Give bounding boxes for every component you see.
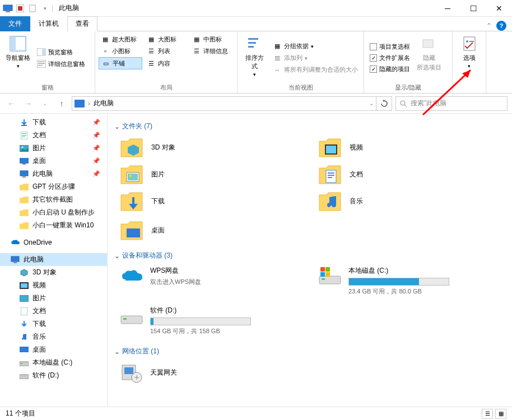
svg-rect-17: [464, 37, 475, 50]
svg-rect-34: [13, 262, 17, 263]
details-pane-button[interactable]: 详细信息窗格: [35, 58, 87, 69]
svg-rect-25: [22, 135, 26, 136]
layout-small[interactable]: ▫小图标: [99, 45, 142, 57]
ribbon-collapse-icon[interactable]: ⌃: [486, 22, 492, 30]
layout-large[interactable]: ▦大图标: [145, 34, 188, 45]
options-button[interactable]: 选项 ▾: [458, 34, 481, 91]
svg-rect-38: [21, 307, 27, 315]
drives-section-header[interactable]: 设备和驱动器 (3): [114, 248, 505, 264]
folder-pictures[interactable]: 图片: [120, 164, 307, 185]
folder-music[interactable]: 音乐: [318, 190, 505, 212]
svg-rect-32: [22, 176, 26, 178]
search-placeholder: 搜索"此电脑: [411, 99, 446, 108]
tab-file[interactable]: 文件: [0, 16, 30, 31]
sidebar-pictures2[interactable]: 图片: [0, 292, 107, 305]
sidebar-3d[interactable]: 3D 对象: [0, 266, 107, 279]
layout-medium[interactable]: ▦中图标: [190, 34, 234, 45]
qat-dropdown-icon[interactable]: ▾: [39, 3, 50, 14]
sidebar-desktop[interactable]: 桌面📌: [0, 155, 107, 167]
view-icons-toggle[interactable]: ▦: [495, 409, 506, 419]
preview-pane-button[interactable]: 预览窗格: [35, 46, 87, 58]
sidebar-xiaobai-usb-folder[interactable]: 小白启动 U 盘制作步: [0, 206, 107, 219]
sidebar-xiaobai-reinstall-folder[interactable]: 小白一键重装 Win10: [0, 219, 107, 232]
address-bar[interactable]: › 此电脑 ⌄: [72, 96, 376, 111]
sidebar: 下载📌 文档📌 图片📌 桌面📌 此电脑📌 GPT 分区步骤 其它软件截图 小白启…: [0, 114, 108, 419]
folder-downloads[interactable]: 下载: [120, 190, 307, 212]
network-gateway[interactable]: 天翼网关: [120, 362, 505, 383]
sidebar-this-pc-qa[interactable]: 此电脑📌: [0, 167, 107, 180]
layout-tiles[interactable]: ▭平铺: [99, 57, 142, 69]
sidebar-disk-d[interactable]: 软件 (D:): [0, 369, 107, 382]
folder-desktop[interactable]: 桌面: [114, 220, 505, 241]
sidebar-screenshots-folder[interactable]: 其它软件截图: [0, 193, 107, 206]
svg-point-28: [22, 146, 24, 148]
status-bar: 11 个项目 ☰ ▦: [0, 407, 512, 420]
folders-section-header[interactable]: 文件夹 (7): [114, 118, 505, 134]
sort-button[interactable]: 排序方式 ▾: [241, 34, 268, 82]
pin-icon: 📌: [92, 119, 105, 126]
tab-view[interactable]: 查看: [67, 16, 97, 31]
svg-rect-19: [469, 41, 474, 42]
sidebar-music[interactable]: 音乐: [0, 330, 107, 343]
nav-up-button[interactable]: ↑: [55, 97, 68, 110]
help-icon[interactable]: ?: [496, 21, 506, 31]
svg-rect-44: [326, 146, 336, 153]
svg-rect-58: [325, 272, 330, 277]
svg-rect-16: [423, 40, 433, 48]
svg-rect-57: [320, 272, 325, 277]
svg-rect-11: [38, 63, 45, 64]
address-location[interactable]: 此电脑: [94, 99, 114, 108]
sidebar-disk-c[interactable]: 本地磁盘 (C:): [0, 356, 107, 369]
svg-rect-37: [20, 295, 29, 302]
folder-documents[interactable]: 文档: [318, 164, 505, 185]
sidebar-gpt-folder[interactable]: GPT 分区步骤: [0, 180, 107, 193]
group-by-button[interactable]: ▦分组依据 ▾: [271, 41, 360, 52]
qat-save-icon[interactable]: [15, 3, 26, 14]
sidebar-pictures[interactable]: 图片📌: [0, 142, 107, 155]
drive-wps[interactable]: WPS网盘 双击进入WPS网盘: [120, 266, 307, 296]
minimize-button[interactable]: ─: [435, 0, 460, 17]
view-details-toggle[interactable]: ☰: [482, 409, 493, 419]
fit-columns-button: ↔将所有列调整为合适的大小: [271, 64, 360, 76]
sidebar-desktop2[interactable]: 桌面: [0, 343, 107, 356]
sidebar-documents[interactable]: 文档📌: [0, 129, 107, 142]
app-icon: [2, 3, 13, 14]
sidebar-this-pc[interactable]: 此电脑: [0, 253, 107, 266]
sidebar-documents2[interactable]: 文档: [0, 305, 107, 318]
qat-properties-icon[interactable]: [27, 3, 38, 14]
layout-details[interactable]: ☰详细信息: [190, 45, 234, 57]
status-item-count: 11 个项目: [6, 409, 35, 418]
drive-d[interactable]: 软件 (D:) 154 GB 可用，共 158 GB: [120, 306, 307, 335]
sidebar-videos[interactable]: 视频: [0, 279, 107, 292]
layout-list[interactable]: ☰列表: [145, 45, 188, 57]
layout-extra-large[interactable]: ▦超大图标: [99, 34, 142, 45]
nav-history-dropdown[interactable]: ⌄: [38, 97, 52, 110]
extensions-toggle[interactable]: ✓文件扩展名: [367, 53, 412, 63]
nav-back-button[interactable]: ←: [4, 97, 18, 110]
svg-rect-60: [123, 318, 127, 320]
svg-rect-56: [325, 267, 330, 272]
search-input[interactable]: 搜索"此电脑: [395, 96, 508, 111]
sidebar-downloads2[interactable]: 下载: [0, 318, 107, 330]
svg-rect-42: [20, 375, 29, 379]
tab-computer[interactable]: 计算机: [30, 16, 67, 31]
nav-pane-button[interactable]: 导航窗格 ▾: [3, 34, 32, 82]
svg-rect-46: [128, 174, 138, 180]
layout-content[interactable]: ☰内容: [145, 57, 188, 69]
folder-3d[interactable]: 3D 对象: [120, 137, 307, 158]
drive-c[interactable]: 本地磁盘 (C:) 23.4 GB 可用，共 80.0 GB: [318, 266, 505, 296]
hidden-items-toggle[interactable]: ✓隐藏的项目: [367, 64, 412, 74]
svg-rect-14: [248, 42, 256, 44]
refresh-button[interactable]: [376, 96, 392, 111]
folder-videos[interactable]: 视频: [318, 137, 505, 158]
svg-rect-6: [10, 36, 16, 51]
checkboxes-toggle[interactable]: 项目复选框: [367, 41, 412, 52]
close-button[interactable]: ✕: [486, 0, 512, 17]
panes-group-label: 窗格: [3, 82, 91, 92]
network-section-header[interactable]: 网络位置 (1): [114, 343, 505, 360]
maximize-button[interactable]: ☐: [460, 0, 486, 17]
sidebar-onedrive[interactable]: OneDrive: [0, 236, 107, 249]
svg-rect-39: [20, 347, 29, 352]
svg-line-21: [404, 105, 407, 107]
sidebar-downloads[interactable]: 下载📌: [0, 116, 107, 129]
